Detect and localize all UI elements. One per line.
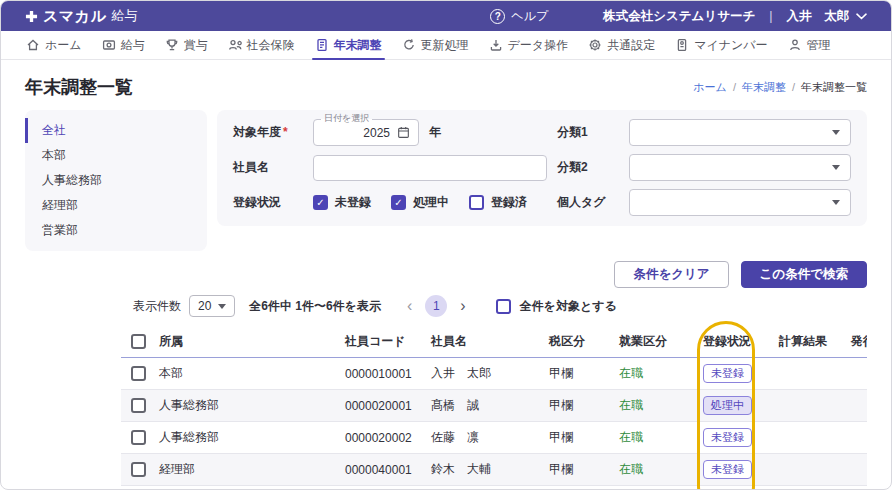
nav-item-admin[interactable]: 管理: [785, 31, 834, 59]
sidebar-item-headquarters[interactable]: 本部: [25, 143, 207, 168]
registration-status-badge[interactable]: 未登録: [703, 460, 752, 479]
cell-tax-category: 甲欄: [545, 461, 615, 478]
home-icon: [26, 38, 40, 52]
cell-employment-category: 在職: [615, 397, 699, 414]
app-logo: スマカル 給与: [25, 7, 137, 26]
breadcrumb-current: 年末調整一覧: [801, 80, 867, 95]
cell-employment-category: 在職: [615, 461, 699, 478]
registration-status-badge[interactable]: 未登録: [703, 428, 752, 447]
status-option-registered[interactable]: 登録済: [469, 194, 527, 211]
table-row[interactable]: 人事総務部 0000020002 佐藤 凛 甲欄 在職 未登録: [121, 422, 867, 454]
row-checkbox[interactable]: [131, 398, 146, 413]
nav-item-my-number[interactable]: マイナンバー: [672, 31, 770, 59]
sidebar-item-all-company[interactable]: 全社: [25, 118, 207, 143]
cell-employee-code: 0000040001: [341, 463, 427, 477]
filter-panel: 対象年度* 日付を選択 2025 年 分類1 社員名 分類2 登録状: [217, 110, 867, 226]
column-header-employee-code: 社員コード: [341, 333, 427, 350]
trophy-icon: [165, 38, 179, 52]
select-all-option[interactable]: 全件を対象とする: [496, 298, 617, 315]
personal-tag-select[interactable]: [629, 189, 851, 216]
cell-employee-code: 0000020001: [341, 399, 427, 413]
nav-item-data-operations[interactable]: データ操作: [486, 31, 572, 59]
category1-select[interactable]: [629, 119, 851, 146]
main-nav: ホーム 給与 賞与 社会保険 年末調整 更新処理 データ操作 共通設定: [1, 31, 891, 60]
cell-employee-name: 入井 太郎: [427, 365, 545, 382]
sidebar-item-hr-general-affairs[interactable]: 人事総務部: [25, 168, 207, 193]
list-controls: 表示件数 20 全6件中 1件〜6件を表示 ‹ 1 › 全件を対象とする: [121, 294, 867, 318]
search-button[interactable]: この条件で検索: [741, 261, 867, 288]
category1-label: 分類1: [557, 124, 619, 141]
category2-label: 分類2: [557, 159, 619, 176]
user-menu[interactable]: 入井 太郎: [787, 8, 868, 25]
filter-actions: 条件をクリア この条件で検索: [25, 261, 867, 288]
category2-select[interactable]: [629, 154, 851, 181]
pagination: ‹ 1 ›: [407, 295, 466, 317]
dropdown-arrow-icon: [832, 165, 840, 170]
pagination-page-1[interactable]: 1: [425, 295, 447, 317]
header-divider: |: [769, 9, 772, 23]
row-checkbox[interactable]: [131, 366, 146, 381]
breadcrumb-home[interactable]: ホーム: [693, 80, 727, 95]
table-row[interactable]: 人事総務部 0000020001 髙橋 誠 甲欄 在職 処理中: [121, 390, 867, 422]
top-bar: スマカル 給与 ? ヘルプ 株式会社システムリサーチ | 入井 太郎: [1, 1, 891, 31]
nav-item-bonus[interactable]: 賞与: [162, 31, 211, 59]
checkbox-processing[interactable]: ✓: [391, 195, 406, 210]
pagination-prev-button[interactable]: ‹: [407, 297, 412, 315]
nav-item-year-end-adjustment[interactable]: 年末調整: [312, 31, 385, 59]
table-row[interactable]: 営業部 0000030001 山田 洋平 甲欄 退職 未登録: [121, 486, 867, 490]
header-checkbox[interactable]: [131, 334, 146, 349]
column-header-tax-category: 税区分: [545, 333, 615, 350]
checkbox-unregistered[interactable]: ✓: [313, 195, 328, 210]
cell-tax-category: 甲欄: [545, 429, 615, 446]
row-checkbox[interactable]: [131, 430, 146, 445]
clear-conditions-button[interactable]: 条件をクリア: [614, 261, 728, 288]
help-button[interactable]: ? ヘルプ: [490, 8, 548, 25]
table-row[interactable]: 経理部 0000040001 鈴木 大輔 甲欄 在職 未登録: [121, 454, 867, 486]
column-header-registration-status: 登録状況: [699, 333, 775, 350]
registration-status-label: 登録状況: [233, 194, 303, 211]
results-section: 表示件数 20 全6件中 1件〜6件を表示 ‹ 1 › 全件を対象とする: [121, 294, 867, 490]
row-checkbox[interactable]: [131, 462, 146, 477]
registration-status-badge[interactable]: 未登録: [703, 364, 752, 383]
column-header-employee-name: 社員名: [427, 333, 545, 350]
table-row[interactable]: 本部 0000010001 入井 太郎 甲欄 在職 未登録: [121, 358, 867, 390]
gear-icon: [588, 38, 602, 52]
column-header-calc-result: 計算結果: [775, 333, 847, 350]
result-range-text: 全6件中 1件〜6件を表示: [249, 298, 381, 315]
pagination-next-button[interactable]: ›: [460, 297, 465, 315]
cell-employee-name: 髙橋 誠: [427, 397, 545, 414]
nav-item-home[interactable]: ホーム: [23, 31, 85, 59]
dropdown-arrow-icon: [832, 200, 840, 205]
breadcrumb-year-end[interactable]: 年末調整: [742, 80, 786, 95]
table-header-row: 所属 社員コード 社員名 税区分 就業区分 登録状況 計算結果 発行状況: [121, 326, 867, 358]
cell-department: 経理部: [155, 461, 341, 478]
breadcrumb: ホーム / 年末調整 / 年末調整一覧: [693, 80, 867, 95]
content-row: 全社 本部 人事総務部 経理部 営業部 対象年度* 日付を選択 2025 年: [25, 110, 867, 251]
sidebar-item-sales[interactable]: 営業部: [25, 218, 207, 243]
target-year-value: 2025: [363, 126, 390, 140]
status-option-unregistered[interactable]: ✓ 未登録: [313, 194, 371, 211]
date-picker-floating-label: 日付を選択: [321, 113, 372, 124]
data-download-icon: [489, 38, 503, 52]
checkbox-registered[interactable]: [469, 195, 484, 210]
nav-item-update-process[interactable]: 更新処理: [399, 31, 472, 59]
cell-employment-category: 在職: [615, 429, 699, 446]
personal-tag-label: 個人タグ: [557, 194, 619, 211]
nav-item-common-settings[interactable]: 共通設定: [585, 31, 658, 59]
page-size-select[interactable]: 20: [189, 295, 235, 317]
cell-tax-category: 甲欄: [545, 397, 615, 414]
column-header-department: 所属: [155, 333, 341, 350]
status-option-processing[interactable]: ✓ 処理中: [391, 194, 449, 211]
employee-name-input[interactable]: [313, 155, 547, 181]
select-all-checkbox[interactable]: [496, 299, 511, 314]
nav-item-payroll[interactable]: 給与: [99, 31, 148, 59]
id-card-icon: [675, 38, 689, 52]
department-sidebar: 全社 本部 人事総務部 経理部 営業部: [25, 110, 207, 251]
registration-status-badge[interactable]: 処理中: [703, 396, 752, 415]
target-year-field-wrap: 日付を選択 2025 年: [313, 119, 547, 146]
sidebar-item-accounting[interactable]: 経理部: [25, 193, 207, 218]
cell-department: 人事総務部: [155, 429, 341, 446]
title-row: 年末調整一覧 ホーム / 年末調整 / 年末調整一覧: [25, 70, 867, 104]
nav-item-social-insurance[interactable]: 社会保険: [225, 31, 298, 59]
target-year-date-picker[interactable]: 日付を選択 2025: [313, 119, 419, 146]
